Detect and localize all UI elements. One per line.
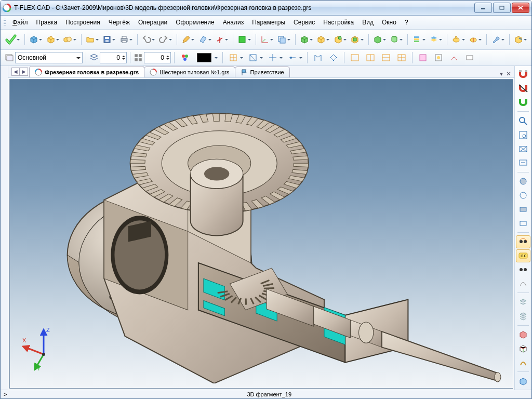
- nav-2-button[interactable]: [326, 50, 341, 65]
- teapot-cut-button[interactable]: [468, 32, 484, 47]
- minimize-button[interactable]: [474, 3, 492, 13]
- open-button[interactable]: [84, 32, 100, 47]
- shade-1[interactable]: [516, 175, 530, 188]
- cube-rgb[interactable]: [516, 342, 530, 355]
- win-c-button[interactable]: [379, 50, 393, 65]
- eye-4[interactable]: [516, 277, 530, 290]
- save-button[interactable]: [101, 32, 117, 47]
- menu-service[interactable]: Сервис: [290, 18, 318, 27]
- tab-scroll-left[interactable]: ◄: [11, 68, 20, 76]
- nav-1-button[interactable]: [311, 50, 325, 65]
- tool-2-button[interactable]: [512, 32, 528, 47]
- win-b-icon: [366, 53, 375, 62]
- misc-4-button[interactable]: [462, 50, 477, 65]
- svg-point-55: [204, 167, 229, 180]
- apply-button[interactable]: [5, 32, 21, 47]
- color-swatch-button[interactable]: [193, 50, 219, 65]
- menu-help[interactable]: ?: [401, 18, 412, 27]
- solid-cube-button[interactable]: [371, 32, 388, 47]
- level-spin-2[interactable]: 0: [144, 52, 171, 63]
- bool-union-button[interactable]: [298, 32, 314, 47]
- menu-format[interactable]: Оформление: [172, 18, 218, 27]
- menu-params[interactable]: Параметры: [248, 18, 289, 27]
- snap-magnet-on[interactable]: [516, 68, 530, 81]
- persp[interactable]: [516, 375, 530, 388]
- maximize-button[interactable]: [493, 3, 511, 13]
- new-3d-button[interactable]: [45, 32, 61, 47]
- menu-edit[interactable]: Правка: [33, 18, 61, 27]
- menu-view[interactable]: Вид: [358, 18, 377, 27]
- sketch-button[interactable]: [180, 32, 196, 47]
- new-2d-button[interactable]: [62, 32, 78, 47]
- zoom-window[interactable]: [516, 128, 530, 141]
- layer-combo[interactable]: Основной: [15, 52, 83, 63]
- tab-2[interactable]: Приветствие: [235, 66, 290, 77]
- color-picker-button[interactable]: [178, 50, 192, 65]
- snap-magnet-off[interactable]: [516, 82, 530, 95]
- tool-1-button[interactable]: [490, 32, 506, 47]
- svg-point-73: [520, 192, 526, 198]
- misc-3-button[interactable]: [447, 50, 461, 65]
- fit-sel[interactable]: [516, 156, 530, 169]
- ucs[interactable]: [516, 356, 530, 369]
- level-spin-1[interactable]: 0: [100, 52, 127, 63]
- menu-settings[interactable]: Настройка: [320, 18, 357, 27]
- close-button[interactable]: [512, 3, 529, 13]
- bool-cut-button[interactable]: [349, 32, 365, 47]
- win-b-button[interactable]: [363, 50, 378, 65]
- win-a-button[interactable]: [348, 50, 362, 65]
- redo-button[interactable]: [157, 32, 174, 47]
- fit-geom[interactable]: [516, 142, 530, 155]
- menu-build[interactable]: Построения: [62, 18, 104, 27]
- bool-subtract-button[interactable]: [315, 32, 331, 47]
- tab-0[interactable]: Фрезерная головка в разрезе.grs: [29, 66, 144, 77]
- svg-point-3: [52, 36, 55, 38]
- plane-button[interactable]: [197, 32, 213, 47]
- snap-magnet-green[interactable]: [516, 96, 530, 109]
- view1-icon: [229, 53, 238, 62]
- shade-3[interactable]: [516, 203, 530, 216]
- bool-intersect-button[interactable]: [332, 32, 348, 47]
- zoom-extents[interactable]: [516, 114, 530, 127]
- svg-rect-38: [420, 55, 426, 61]
- menu-ops[interactable]: Операции: [135, 18, 171, 27]
- tabs-menu-button[interactable]: ▾: [500, 70, 503, 77]
- layers-2[interactable]: [516, 310, 530, 323]
- menu-drawing[interactable]: Чертёж: [105, 18, 134, 27]
- svg-point-14: [338, 36, 341, 39]
- eye-3[interactable]: [516, 263, 530, 276]
- misc-2-button[interactable]: [431, 50, 446, 65]
- stack-button[interactable]: [411, 32, 427, 47]
- menu-file[interactable]: Файл: [9, 18, 32, 27]
- eye-2[interactable]: I10: [516, 249, 530, 262]
- shade-2[interactable]: [516, 189, 530, 202]
- tab-scroll-right[interactable]: ►: [20, 68, 28, 76]
- new-doc-button[interactable]: [28, 32, 44, 47]
- shade-4[interactable]: [516, 217, 530, 230]
- tabs-close-button[interactable]: ✕: [506, 70, 511, 77]
- tab-1[interactable]: Шестерня типовая №1.grs: [144, 66, 235, 77]
- teapot-button[interactable]: [450, 32, 467, 47]
- 3d-viewport[interactable]: Z X Y: [9, 79, 513, 389]
- misc-1-button[interactable]: [416, 50, 430, 65]
- stack2-button[interactable]: [428, 32, 444, 47]
- axis-icon: [215, 35, 224, 44]
- cs-xy-button[interactable]: [259, 32, 275, 47]
- axis-button[interactable]: [214, 32, 230, 47]
- eye-1[interactable]: [516, 235, 530, 248]
- cs-xz-button[interactable]: [276, 32, 292, 47]
- view-3-button[interactable]: [265, 50, 284, 65]
- view-4-button[interactable]: [285, 50, 304, 65]
- view-1-button[interactable]: [226, 50, 245, 65]
- svg-rect-74: [520, 207, 526, 211]
- view-2-button[interactable]: [246, 50, 264, 65]
- print-button[interactable]: [118, 32, 134, 47]
- win-d-button[interactable]: [394, 50, 409, 65]
- menu-window[interactable]: Окно: [378, 18, 400, 27]
- region-button[interactable]: [236, 32, 252, 47]
- cube-red[interactable]: [516, 328, 530, 341]
- layers-1[interactable]: [516, 296, 530, 309]
- menu-analysis[interactable]: Анализ: [219, 18, 248, 27]
- solid-sweep-button[interactable]: [389, 32, 405, 47]
- undo-button[interactable]: [141, 32, 157, 47]
